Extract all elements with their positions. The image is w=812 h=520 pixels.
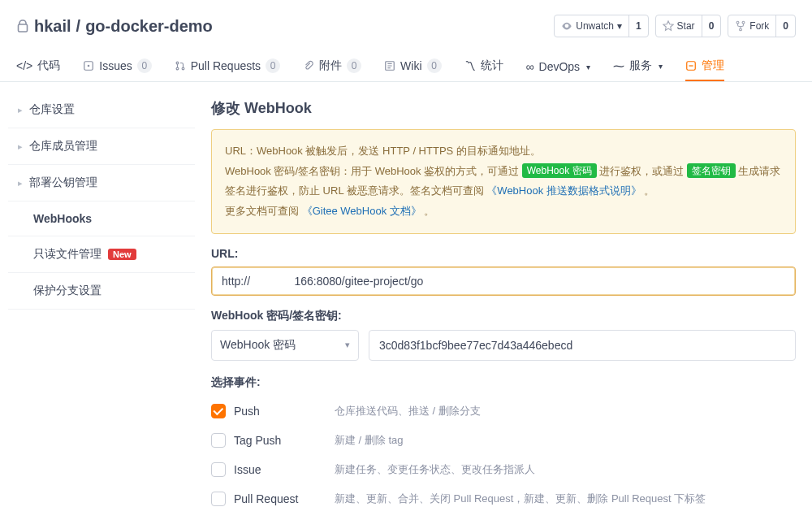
svg-point-3 bbox=[740, 28, 742, 31]
tab-manage[interactable]: 管理 bbox=[685, 52, 724, 81]
event-desc: 新建任务、变更任务状态、更改任务指派人 bbox=[335, 462, 535, 477]
tab-pull-requests[interactable]: Pull Requests 0 bbox=[175, 52, 280, 81]
lock-icon bbox=[16, 18, 29, 34]
link-webhook-doc[interactable]: 《Gitee WebHook 文档》 bbox=[302, 205, 421, 217]
sidebar-item-readonly-files[interactable]: 只读文件管理 New bbox=[8, 236, 195, 273]
page-title: 修改 WebHook bbox=[211, 98, 796, 118]
new-badge: New bbox=[108, 249, 136, 260]
chevron-right-icon: ▸ bbox=[18, 178, 23, 188]
fork-icon bbox=[735, 20, 746, 32]
notice-box: URL：WebHook 被触发后，发送 HTTP / HTTPS 的目标通知地址… bbox=[211, 129, 796, 234]
svg-point-6 bbox=[176, 62, 179, 64]
tag-webhook-password: WebHook 密码 bbox=[522, 163, 597, 178]
event-checkbox[interactable] bbox=[211, 404, 226, 418]
tab-devops[interactable]: ∞ DevOps ▾ bbox=[526, 54, 591, 81]
tab-issues[interactable]: Issues 0 bbox=[83, 52, 151, 81]
sidebar-item-protected-branches[interactable]: 保护分支设置 bbox=[8, 273, 195, 310]
sidebar-item-webhooks[interactable]: WebHooks bbox=[8, 202, 195, 236]
event-name: Issue bbox=[234, 463, 261, 476]
caret-down-icon: ▾ bbox=[345, 340, 350, 350]
tab-stats[interactable]: 〽 统计 bbox=[464, 52, 503, 81]
svg-point-1 bbox=[736, 21, 739, 24]
repo-owner[interactable]: hkail bbox=[34, 17, 71, 36]
svg-point-7 bbox=[176, 67, 179, 70]
caret-down-icon: ▾ bbox=[586, 63, 590, 72]
event-name: Pull Request bbox=[234, 492, 298, 505]
repo-tabs: </> 代码 Issues 0 Pull Requests 0 附件 0 Wik… bbox=[0, 44, 812, 82]
event-checkbox[interactable] bbox=[211, 462, 226, 477]
event-row: 评论评论仓库、任务、Pull Request、Commit bbox=[211, 514, 796, 520]
secret-label: WebHook 密码/签名密钥: bbox=[211, 309, 796, 323]
repo-actions: Unwatch ▾ 1 Star 0 Fork 0 bbox=[554, 15, 796, 37]
event-checkbox[interactable] bbox=[211, 492, 226, 506]
stats-icon: 〽 bbox=[464, 59, 476, 72]
events-label: 选择事件: bbox=[211, 375, 796, 390]
event-row: Push仓库推送代码、推送 / 删除分支 bbox=[211, 396, 796, 426]
issues-icon bbox=[83, 60, 94, 72]
attachment-icon bbox=[303, 60, 314, 72]
unwatch-button[interactable]: Unwatch ▾ 1 bbox=[554, 15, 648, 37]
fork-button[interactable]: Fork 0 bbox=[728, 15, 796, 37]
tab-wiki[interactable]: Wiki 0 bbox=[384, 52, 441, 81]
event-desc: 仓库推送代码、推送 / 删除分支 bbox=[335, 404, 481, 418]
tab-code[interactable]: </> 代码 bbox=[16, 52, 60, 81]
tab-attachments[interactable]: 附件 0 bbox=[303, 52, 361, 81]
caret-down-icon: ▾ bbox=[659, 62, 663, 71]
event-row: Pull Request新建、更新、合并、关闭 Pull Request，新建、… bbox=[211, 484, 796, 514]
sidebar-item-deploy-keys[interactable]: ▸ 部署公钥管理 bbox=[8, 165, 195, 202]
tag-sign-key: 签名密钥 bbox=[687, 163, 736, 178]
repo-title: hkail / go-docker-demo bbox=[16, 17, 213, 36]
devops-icon: ∞ bbox=[526, 60, 534, 73]
settings-sidebar: ▸ 仓库设置 ▸ 仓库成员管理 ▸ 部署公钥管理 WebHooks 只读文件管理… bbox=[3, 92, 195, 520]
secret-input[interactable] bbox=[369, 330, 796, 361]
event-checkbox[interactable] bbox=[211, 433, 226, 448]
caret-down-icon: ▾ bbox=[617, 20, 622, 32]
svg-point-8 bbox=[182, 67, 184, 70]
code-icon: </> bbox=[16, 59, 32, 72]
service-icon: ⁓ bbox=[613, 59, 624, 72]
eye-icon bbox=[561, 20, 572, 32]
sidebar-item-members[interactable]: ▸ 仓库成员管理 bbox=[8, 128, 195, 165]
manage-icon bbox=[685, 60, 697, 72]
event-desc: 新建、更新、合并、关闭 Pull Request，新建、更新、删除 Pull R… bbox=[335, 492, 706, 506]
event-name: Push bbox=[234, 405, 260, 418]
chevron-right-icon: ▸ bbox=[18, 105, 23, 115]
event-desc: 新建 / 删除 tag bbox=[335, 433, 404, 448]
svg-point-5 bbox=[88, 65, 90, 67]
sidebar-item-repo-settings[interactable]: ▸ 仓库设置 bbox=[8, 92, 195, 128]
svg-point-2 bbox=[742, 21, 745, 24]
wiki-icon bbox=[384, 60, 395, 72]
event-name: Tag Push bbox=[234, 434, 281, 447]
event-row: Tag Push新建 / 删除 tag bbox=[211, 426, 796, 455]
url-label: URL: bbox=[211, 247, 796, 260]
svg-rect-0 bbox=[19, 24, 28, 32]
pr-icon bbox=[175, 60, 186, 72]
event-row: Issue新建任务、变更任务状态、更改任务指派人 bbox=[211, 455, 796, 484]
repo-name[interactable]: go-docker-demo bbox=[85, 17, 213, 36]
star-button[interactable]: Star 0 bbox=[655, 15, 722, 37]
tab-service[interactable]: ⁓ 服务 ▾ bbox=[613, 52, 663, 81]
url-input[interactable] bbox=[211, 266, 796, 296]
secret-type-select[interactable]: WebHook 密码 ▾ bbox=[211, 330, 359, 361]
star-icon bbox=[663, 20, 674, 32]
link-format-doc[interactable]: 《WebHook 推送数据格式说明》 bbox=[486, 184, 641, 197]
chevron-right-icon: ▸ bbox=[18, 141, 23, 152]
